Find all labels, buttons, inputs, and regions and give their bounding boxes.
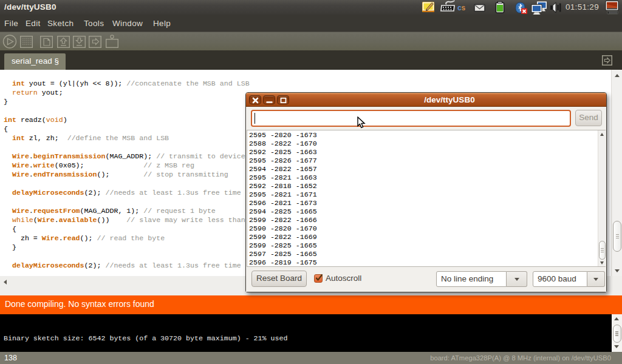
svg-text:s: s: [462, 4, 466, 12]
